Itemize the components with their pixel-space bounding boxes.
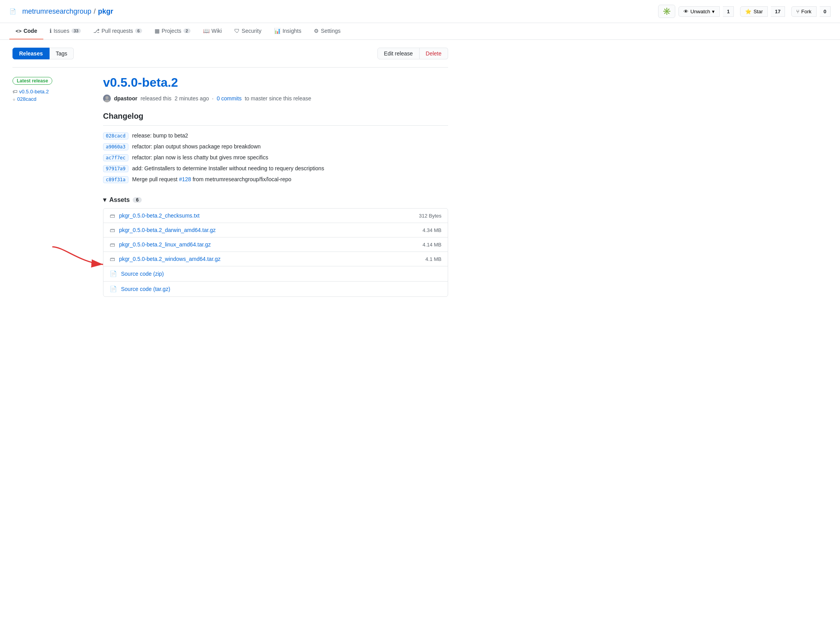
settings-icon: ⚙ [314, 28, 319, 34]
changelog-text: refactor: plan output shows package repo… [132, 143, 261, 150]
changelog-text: refactor: plan now is less chatty but gi… [132, 154, 269, 161]
tab-insights[interactable]: 📊 Insights [268, 23, 308, 39]
releases-tab-button[interactable]: Releases [12, 48, 50, 59]
notification-btn[interactable]: ✳️ [658, 5, 675, 18]
changelog-item: a9060a3 refactor: plan output shows pack… [103, 141, 448, 152]
releases-header: Releases Tags Edit release Delete [12, 48, 448, 59]
fork-icon: ⑂ [796, 9, 799, 14]
tab-projects-label: Projects [162, 28, 182, 34]
changelog-item: 97917a9 add: GetInstallers to determine … [103, 163, 448, 174]
tags-tab-button[interactable]: Tags [50, 48, 74, 59]
commits-link[interactable]: 0 commits [217, 95, 242, 102]
unwatch-btn[interactable]: 👁 Unwatch ▾ [678, 6, 720, 17]
asset-link-darwin[interactable]: pkgr_0.5.0-beta.2_darwin_amd64.tar.gz [119, 227, 216, 233]
commit-hash[interactable]: 028cacd [103, 132, 128, 139]
changelog-divider [103, 125, 448, 126]
release-actions: Edit release Delete [377, 48, 448, 59]
asset-size-darwin: 4.34 MB [423, 227, 441, 233]
commits-text: to master since this release [245, 95, 311, 102]
repo-title: metrumresearchgroup / pkgr [22, 7, 113, 16]
chevron-down-icon: ▾ [712, 9, 715, 14]
asset-size-checksums: 312 Bytes [419, 213, 441, 219]
repo-link[interactable]: pkgr [98, 7, 113, 16]
tab-issues[interactable]: ℹ Issues 33 [43, 23, 87, 39]
release-time: 2 minutes ago [174, 95, 209, 102]
topbar-actions: ✳️ 👁 Unwatch ▾ 1 ⭐ Star 17 ⑂ Fork 0 [658, 5, 831, 18]
commit-icon: ⬦ [12, 96, 16, 102]
asset-item-windows: 🗃 pkgr_0.5.0-beta.2_windows_amd64.tar.gz… [103, 252, 448, 266]
asset-left: 📄 Source code (zip) [110, 270, 164, 277]
changelog-item: ac7f7ec refactor: plan now is less chatt… [103, 152, 448, 163]
commit-hash[interactable]: ac7f7ec [103, 154, 128, 161]
tab-wiki[interactable]: 📖 Wiki [197, 23, 228, 39]
topbar: 📄 metrumresearchgroup / pkgr ✳️ 👁 Unwatc… [0, 0, 840, 23]
nav-tabs: <> Code ℹ Issues 33 ⎇ Pull requests 6 ▦ … [0, 23, 840, 40]
svg-point-0 [105, 96, 109, 99]
wiki-icon: 📖 [203, 28, 210, 34]
asset-link-linux[interactable]: pkgr_0.5.0-beta.2_linux_amd64.tar.gz [119, 241, 211, 248]
issues-icon: ℹ [50, 28, 52, 34]
insights-icon: 📊 [274, 28, 281, 34]
asset-left: 🗃 pkgr_0.5.0-beta.2_checksums.txt [110, 212, 199, 219]
tab-settings-label: Settings [321, 28, 341, 34]
commit-link[interactable]: 028cacd [17, 96, 36, 102]
assets-header[interactable]: ▾ Assets 6 [103, 196, 448, 203]
tab-security[interactable]: 🛡 Security [228, 23, 268, 39]
tab-settings[interactable]: ⚙ Settings [308, 23, 347, 39]
fork-btn[interactable]: ⑂ Fork [791, 6, 817, 17]
commit-hash[interactable]: 97917a9 [103, 165, 128, 172]
pr-link[interactable]: #128 [179, 176, 191, 182]
projects-icon: ▦ [155, 28, 160, 34]
release-action: released this [141, 95, 171, 102]
tab-code-label: Code [23, 28, 37, 34]
file-icon: 🗃 [110, 241, 115, 248]
tab-pull-requests[interactable]: ⎇ Pull requests 6 [87, 23, 148, 39]
changelog-text: add: GetInstallers to determine Installe… [132, 165, 324, 171]
asset-link-source-zip[interactable]: Source code (zip) [121, 271, 164, 277]
delete-release-button[interactable]: Delete [420, 48, 448, 59]
asset-link-windows[interactable]: pkgr_0.5.0-beta.2_windows_amd64.tar.gz [119, 256, 221, 262]
source-icon: 📄 [110, 270, 117, 277]
asset-item: 🗃 pkgr_0.5.0-beta.2_darwin_amd64.tar.gz … [103, 223, 448, 237]
changelog-title: Changelog [103, 112, 448, 121]
asset-item: 🗃 pkgr_0.5.0-beta.2_linux_amd64.tar.gz 4… [103, 237, 448, 252]
asset-left: 🗃 pkgr_0.5.0-beta.2_darwin_amd64.tar.gz [110, 227, 216, 233]
release-meta: dpastoor released this 2 minutes ago · 0… [103, 95, 448, 102]
separator: / [94, 7, 96, 16]
star-btn[interactable]: ⭐ Star [740, 6, 768, 17]
asset-link-checksums[interactable]: pkgr_0.5.0-beta.2_checksums.txt [119, 212, 199, 219]
org-link[interactable]: metrumresearchgroup [22, 7, 91, 16]
changelog-list: 028cacd release: bump to beta2 a9060a3 r… [103, 130, 448, 185]
changelog-text: release: bump to beta2 [132, 132, 188, 139]
avatar [103, 95, 111, 102]
asset-size-linux: 4.14 MB [423, 242, 441, 248]
triangle-down-icon: ▾ [103, 196, 106, 203]
asset-left: 🗃 pkgr_0.5.0-beta.2_windows_amd64.tar.gz [110, 256, 221, 262]
changelog-item: c89f31a Merge pull request #128 from met… [103, 174, 448, 185]
release-author: dpastoor [114, 95, 137, 102]
svg-point-1 [104, 100, 110, 102]
tag-link[interactable]: v0.5.0-beta.2 [19, 89, 49, 95]
tag-icon: 🏷 [12, 89, 18, 95]
issues-count-badge: 33 [71, 29, 81, 33]
unwatch-count: 1 [723, 6, 734, 17]
fork-count: 0 [820, 6, 831, 17]
release-main: v0.5.0-beta.2 dpastoor released this 2 m… [103, 75, 448, 297]
asset-left: 📄 Source code (tar.gz) [110, 286, 170, 293]
latest-release-badge: Latest release [12, 77, 52, 85]
assets-list: 🗃 pkgr_0.5.0-beta.2_checksums.txt 312 By… [103, 208, 448, 297]
dot-separator: · [212, 95, 214, 102]
releases-tabs: Releases Tags [12, 48, 74, 59]
tab-projects[interactable]: ▦ Projects 2 [148, 23, 197, 39]
asset-link-source-targz[interactable]: Source code (tar.gz) [121, 286, 170, 292]
edit-release-button[interactable]: Edit release [377, 48, 420, 59]
star-icon: ⭐ [745, 9, 751, 14]
commit-hash[interactable]: a9060a3 [103, 143, 128, 150]
unwatch-label: Unwatch [691, 9, 710, 14]
tab-issues-label: Issues [53, 28, 69, 34]
projects-count-badge: 2 [183, 29, 190, 33]
commit-hash[interactable]: c89f31a [103, 176, 128, 183]
tab-code[interactable]: <> Code [9, 23, 43, 39]
tab-security-label: Security [242, 28, 262, 34]
file-icon: 🗃 [110, 227, 115, 233]
